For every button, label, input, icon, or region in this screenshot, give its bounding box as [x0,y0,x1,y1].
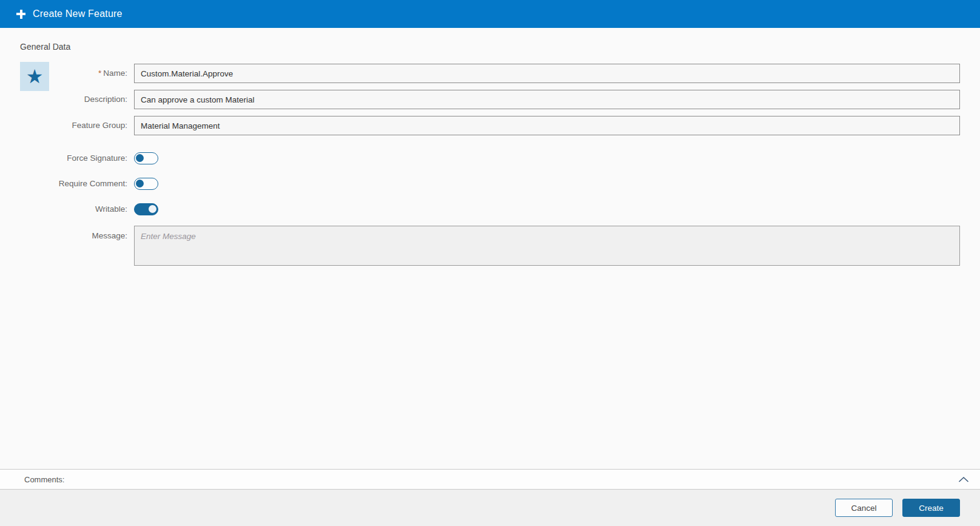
create-button[interactable]: Create [902,499,960,517]
feature-group-label: Feature Group: [0,116,127,135]
name-input[interactable] [134,64,960,83]
force-signature-label: Force Signature: [0,152,127,164]
message-textarea[interactable] [134,226,960,266]
writable-row: Writable: [0,203,960,215]
required-marker: * [98,69,101,78]
require-comment-row: Require Comment: [0,178,960,190]
dialog-header: Create New Feature [0,0,980,28]
message-label: Message: [0,226,127,266]
force-signature-row: Force Signature: [0,152,960,164]
force-signature-toggle[interactable] [134,152,158,164]
dialog-title: Create New Feature [33,8,122,19]
feature-form: *Name: Description: Feature Group: Force… [0,64,960,272]
comments-label: Comments: [24,475,64,484]
comments-bar[interactable]: Comments: [0,469,980,490]
name-row: *Name: [0,64,960,83]
toggle-knob [136,180,144,187]
require-comment-label: Require Comment: [0,178,127,190]
writable-toggle[interactable] [134,203,158,215]
description-row: Description: [0,90,960,109]
feature-group-row: Feature Group: [0,116,960,135]
section-title: General Data [20,42,70,52]
toggle-knob [136,154,144,162]
require-comment-toggle[interactable] [134,178,158,190]
name-label: *Name: [0,64,127,83]
form-content: General Data ★ *Name: Description: Featu… [0,28,980,469]
description-input[interactable] [134,90,960,109]
chevron-up-icon[interactable] [957,474,970,485]
footer-bar: Cancel Create [0,490,980,526]
cancel-button[interactable]: Cancel [835,499,893,517]
writable-label: Writable: [0,203,127,215]
toggle-knob [149,205,156,213]
description-label: Description: [0,90,127,109]
feature-group-input[interactable] [134,116,960,135]
message-row: Message: [0,226,960,266]
plus-icon [16,10,25,19]
